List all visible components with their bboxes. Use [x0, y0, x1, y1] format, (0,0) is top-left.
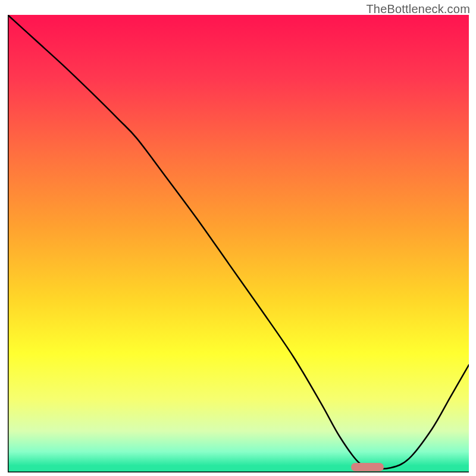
- chart-stage: TheBottleneck.com: [0, 0, 476, 476]
- plot-area: [8, 15, 469, 472]
- gradient-background: [8, 15, 469, 472]
- plot-svg: [8, 15, 469, 472]
- watermark-text: TheBottleneck.com: [366, 2, 470, 16]
